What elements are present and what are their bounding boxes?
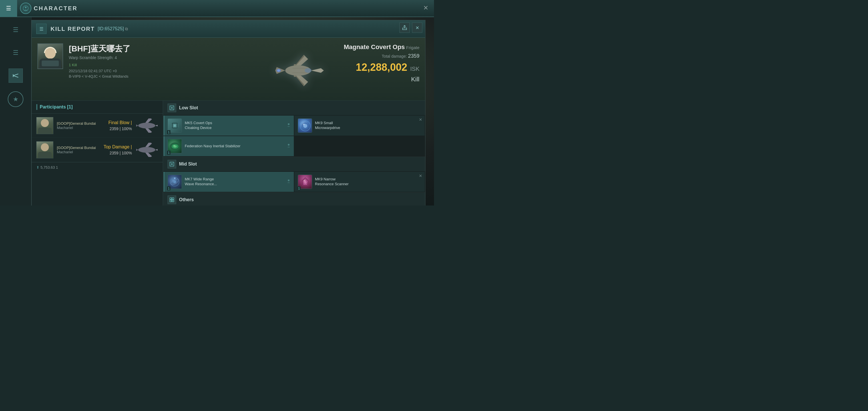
isk-value: 12,288,002 xyxy=(356,61,407,73)
p2-face xyxy=(41,143,49,151)
ship-info-right: Magnate Covert Ops Frigate Total damage:… xyxy=(344,43,420,95)
export-button[interactable] xyxy=(399,23,410,33)
mk5-person-icon xyxy=(286,123,291,128)
low-slot-items: 1 MK5 Covert OpsCloaking Device xyxy=(163,115,425,157)
total-damage-label: Total damage: 2359 xyxy=(344,53,420,59)
p1-body xyxy=(38,128,52,134)
svg-rect-51 xyxy=(170,198,172,199)
mk7-wave-person-icon xyxy=(286,179,291,185)
svg-rect-53 xyxy=(170,200,172,202)
participant-1-info: [GOOP]General Bundai Machariel xyxy=(57,121,105,130)
kill-report-header: ☰ KILL REPORT [ID:6527525] ⧉ ✕ xyxy=(32,20,425,38)
svg-point-10 xyxy=(305,68,311,73)
kill-report-id: [ID:6527525] xyxy=(98,26,124,31)
ship-image xyxy=(264,45,332,93)
sidebar-weapons-icon[interactable] xyxy=(8,68,23,83)
low-slot-header: Low Slot xyxy=(163,101,425,115)
p1-damage: 2359 | 100% xyxy=(110,126,132,131)
participant-2-info: [GOOP]General Bundai Machariel xyxy=(57,146,100,154)
copy-icon[interactable]: ⧉ xyxy=(125,27,128,31)
sidebar-menu-icon[interactable]: ☰ xyxy=(8,23,23,37)
mid-slot-icon xyxy=(167,160,176,168)
p1-badge: Final Blow | xyxy=(108,120,132,125)
character-icon xyxy=(20,3,31,14)
footer-value: 5,753.63 1 xyxy=(40,165,58,169)
sidebar-menu2-icon[interactable]: ☰ xyxy=(8,46,23,60)
victim-location: B-VIP9 < V-4QJC < Great Wildlands xyxy=(69,74,252,78)
mid-slot-header: Mid Slot xyxy=(163,157,425,171)
top-bar: ☰ CHARACTER ✕ xyxy=(0,0,434,17)
p1-face xyxy=(41,119,49,127)
p2-damage: 2359 | 100% xyxy=(110,151,132,155)
p1-ship-img xyxy=(135,118,158,133)
participants-header: Participants [1] xyxy=(32,101,163,114)
app-close-button[interactable]: ✕ xyxy=(423,4,428,12)
mk9-mwd-remove-icon[interactable]: ✕ xyxy=(419,117,422,122)
p1-right: Final Blow | 2359 | 100% xyxy=(108,120,132,131)
low-slot-item-3[interactable]: 1 Federation Navy Inertial Stabilizer xyxy=(164,136,294,156)
p2-ship: Machariel xyxy=(57,150,100,154)
svg-point-37 xyxy=(173,145,175,146)
victim-info-section: [BHF]蓝天哪去了 Warp Scramble Strength: 4 1 K… xyxy=(32,38,425,101)
mk9-scanner-remove-icon[interactable]: ✕ xyxy=(419,173,422,178)
close-button[interactable]: ✕ xyxy=(412,23,422,33)
mk7-wave-name: MK7 Wide RangeWave Resonance... xyxy=(185,177,217,187)
p2-right: Top Damage | 2359 | 100% xyxy=(104,145,132,155)
participant-1-avatar xyxy=(36,117,53,134)
svg-point-33 xyxy=(303,124,305,125)
left-sidebar: ☰ ☰ ★ xyxy=(0,17,31,205)
others-header: Others xyxy=(163,193,425,205)
mk9-mwd-name: MK9 SmallMicrowarpdrive xyxy=(315,121,340,130)
main-menu-button[interactable]: ☰ xyxy=(0,0,17,17)
ship-type-name: Magnate Covert Ops xyxy=(344,43,405,51)
participant-footer: ⬆ 5,753.63 1 xyxy=(32,162,163,172)
low-slot-item-2[interactable]: MK9 SmallMicrowarpdrive ✕ xyxy=(294,116,425,135)
participant-row[interactable]: [GOOP]General Bundai Machariel Final Blo… xyxy=(32,114,163,138)
blue-orb-visual xyxy=(298,119,312,132)
mk5-name: MK5 Covert OpsCloaking Device xyxy=(185,121,212,130)
svg-point-9 xyxy=(277,69,280,72)
svg-rect-14 xyxy=(294,75,296,77)
kill-report-actions: ✕ xyxy=(399,23,422,33)
kill-report-title: KILL REPORT xyxy=(51,26,95,32)
header-bar-decoration xyxy=(36,104,37,110)
sidebar-star-icon[interactable]: ★ xyxy=(8,91,23,107)
mid-slot-section: Mid Slot xyxy=(163,157,425,193)
svg-point-16 xyxy=(138,147,155,153)
avatar-collar xyxy=(42,61,59,66)
participant-row-2[interactable]: [GOOP]General Bundai Machariel Top Damag… xyxy=(32,138,163,162)
svg-point-1 xyxy=(25,6,27,8)
svg-rect-52 xyxy=(172,198,174,199)
svg-point-46 xyxy=(288,180,289,181)
modules-panel: Low Slot xyxy=(163,101,425,205)
mid-slot-item-2[interactable]: 1 MK9 NarrowResonance Scanner ✕ xyxy=(294,172,425,192)
isk-label: ISK xyxy=(410,66,420,72)
p2-corp: [GOOP]General Bundai xyxy=(57,146,100,150)
p2-badge: Top Damage | xyxy=(104,145,132,150)
victim-kills: 1 Kill xyxy=(69,63,252,67)
svg-rect-22 xyxy=(174,124,176,127)
p1-corp: [GOOP]General Bundai xyxy=(57,121,105,126)
others-section: Others Lv.5 xyxy=(163,193,425,205)
mk9-mwd-icon xyxy=(298,119,312,133)
low-slot-title: Low Slot xyxy=(179,105,198,110)
svg-line-2 xyxy=(13,74,18,76)
victim-avatar xyxy=(37,43,63,69)
p2-ship-img xyxy=(135,142,158,158)
victim-name: [BHF]蓝天哪去了 xyxy=(69,43,252,54)
victim-details: [BHF]蓝天哪去了 Warp Scramble Strength: 4 1 K… xyxy=(69,43,252,95)
kill-report-menu-button[interactable]: ☰ xyxy=(36,24,46,34)
app-title: CHARACTER xyxy=(34,5,78,12)
mid-slot-title: Mid Slot xyxy=(179,162,197,167)
svg-point-45 xyxy=(174,178,176,179)
victim-date: 2021/12/18 02:41:37 UTC +0 xyxy=(69,69,252,73)
content-area: Participants [1] [GOOP]General Bundai Ma… xyxy=(32,101,425,205)
mid-slot-item-1[interactable]: 1 MK7 Wide RangeWave Resonance... xyxy=(164,172,294,192)
fn-inertial-qty: 1 xyxy=(167,151,170,155)
mk5-qty: 1 xyxy=(167,130,170,134)
fn-inertial-name: Federation Navy Inertial Stabilizer xyxy=(185,144,240,149)
mk9-scanner-name: MK9 NarrowResonance Scanner xyxy=(315,177,349,187)
total-damage-value: 2359 xyxy=(408,53,420,59)
ship-class: Frigate xyxy=(406,45,420,50)
low-slot-item-1[interactable]: 1 MK5 Covert OpsCloaking Device xyxy=(164,116,294,135)
